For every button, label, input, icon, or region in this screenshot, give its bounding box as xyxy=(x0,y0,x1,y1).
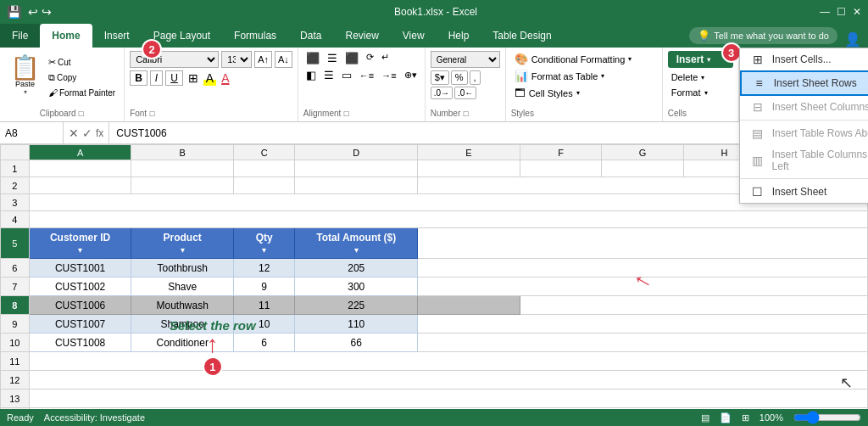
increase-font-button[interactable]: A↑ xyxy=(254,51,272,68)
tab-help[interactable]: Help xyxy=(437,24,481,48)
row-header-6[interactable]: 6 xyxy=(1,259,30,277)
cell-d1[interactable] xyxy=(295,160,418,177)
col-header-a[interactable]: A xyxy=(29,145,131,160)
row-header-11[interactable]: 11 xyxy=(1,352,30,371)
cell-c6[interactable]: 12 xyxy=(234,259,295,277)
fill-color-button[interactable]: A xyxy=(203,70,216,86)
cell-f1[interactable] xyxy=(520,160,602,177)
cancel-formula-icon[interactable]: ✕ xyxy=(69,126,79,140)
cell-d9[interactable]: 110 xyxy=(295,315,418,334)
font-color-button[interactable]: A xyxy=(219,70,231,86)
cell-b9[interactable]: Shampoo xyxy=(131,315,234,334)
cell-g1[interactable] xyxy=(602,160,684,177)
row-header[interactable]: 2 xyxy=(1,177,30,194)
row-header-14[interactable]: 14 xyxy=(1,408,30,410)
cell-b5[interactable]: Product▾ xyxy=(131,228,234,259)
cell-c5[interactable]: Qty▾ xyxy=(234,228,295,259)
paste-button[interactable]: 📋 Paste ▾ xyxy=(7,54,43,98)
cell-d6[interactable]: 205 xyxy=(295,259,418,277)
cell-b8[interactable]: Mouthwash xyxy=(131,296,234,315)
cell-d8[interactable]: 225 xyxy=(295,296,418,315)
align-left-button[interactable]: ◧ xyxy=(303,68,319,82)
format-as-table-button[interactable]: 📊 Format as Table ▾ xyxy=(511,68,657,84)
font-size-select[interactable]: 13 xyxy=(221,51,252,68)
row-header-9[interactable]: 9 xyxy=(1,315,30,334)
cell-b7[interactable]: Shave xyxy=(131,277,234,296)
cell-a5[interactable]: Customer ID▾ xyxy=(29,228,131,259)
number-format-select[interactable]: General xyxy=(431,51,500,68)
align-middle-button[interactable]: ☰ xyxy=(325,51,340,65)
view-page-break-icon[interactable]: ⊞ xyxy=(742,412,749,423)
percent-button[interactable]: % xyxy=(451,70,468,85)
conditional-formatting-button[interactable]: 🎨 Conditional Formatting ▾ xyxy=(511,51,657,67)
decrease-indent-button[interactable]: ←≡ xyxy=(357,70,376,81)
cut-button[interactable]: ✂Cut xyxy=(47,56,117,69)
cell-a1[interactable] xyxy=(29,160,131,177)
cell-e8[interactable] xyxy=(418,296,520,315)
cell-c10[interactable]: 6 xyxy=(234,334,295,352)
cell-a9[interactable]: CUST1007 xyxy=(29,315,131,334)
zoom-slider[interactable] xyxy=(793,413,861,422)
tab-review[interactable]: Review xyxy=(333,24,390,48)
tab-table-design[interactable]: Table Design xyxy=(481,24,563,48)
cell-d7[interactable]: 300 xyxy=(295,277,418,296)
cell-a7[interactable]: CUST1002 xyxy=(29,277,131,296)
italic-button[interactable]: I xyxy=(150,70,163,86)
bold-button[interactable]: B xyxy=(130,70,147,86)
insert-function-icon[interactable]: fx xyxy=(96,127,103,139)
tab-formulas[interactable]: Formulas xyxy=(222,24,288,48)
insert-table-rows-item[interactable]: ▤ Insert Table Rows Above xyxy=(740,122,868,144)
cell-c9[interactable]: 10 xyxy=(234,315,295,334)
insert-sheet-columns-item[interactable]: ⊟ Insert Sheet Columns xyxy=(740,96,868,118)
merge-center-button[interactable]: ⊕▾ xyxy=(402,69,420,81)
maximize-icon[interactable]: ☐ xyxy=(837,6,846,18)
save-icon[interactable]: 💾 xyxy=(7,5,21,19)
border-button[interactable]: ⊞ xyxy=(186,70,201,86)
format-button[interactable]: Format▾ xyxy=(668,86,733,99)
wrap-text-button[interactable]: ↵ xyxy=(379,51,392,65)
decrease-font-button[interactable]: A↓ xyxy=(275,51,292,68)
cell-a2[interactable] xyxy=(29,177,131,194)
share-icon[interactable]: 👤 xyxy=(844,31,861,48)
cell-b10[interactable]: Conditioner xyxy=(131,334,234,352)
col-header-d[interactable]: D xyxy=(295,145,418,160)
redo-icon[interactable]: ↪ xyxy=(42,5,52,19)
row-header-10[interactable]: 10 xyxy=(1,334,30,352)
tab-file[interactable]: File xyxy=(0,24,40,48)
cell-c8[interactable]: 11 xyxy=(234,296,295,315)
row-header-7[interactable]: 7 xyxy=(1,277,30,296)
row-header-5[interactable]: 5 xyxy=(1,228,30,259)
view-normal-icon[interactable]: ▤ xyxy=(701,412,709,423)
row-header-13[interactable]: 13 xyxy=(1,390,30,408)
close-icon[interactable]: ✕ xyxy=(853,6,861,18)
tab-home[interactable]: Home xyxy=(40,24,92,48)
cell-b6[interactable]: Toothbrush xyxy=(131,259,234,277)
row-header[interactable]: 3 xyxy=(1,194,30,211)
comma-button[interactable]: , xyxy=(470,70,481,85)
align-right-button[interactable]: ▭ xyxy=(339,68,354,82)
col-header-f[interactable]: F xyxy=(520,145,602,160)
increase-indent-button[interactable]: →≡ xyxy=(379,70,398,81)
cell-a8[interactable]: CUST1006 xyxy=(29,296,131,315)
view-layout-icon[interactable]: 📄 xyxy=(720,412,732,423)
orientation-button[interactable]: ⟳ xyxy=(364,51,376,65)
align-top-button[interactable]: ⬛ xyxy=(303,51,322,65)
cell-d10[interactable]: 66 xyxy=(295,334,418,352)
align-center-button[interactable]: ☰ xyxy=(321,68,337,82)
undo-icon[interactable]: ↩ xyxy=(28,5,38,19)
cell-c1[interactable] xyxy=(234,160,295,177)
cell-c2[interactable] xyxy=(234,177,295,194)
format-painter-button[interactable]: 🖌Format Painter xyxy=(47,87,117,98)
cell-b1[interactable] xyxy=(131,160,234,177)
underline-button[interactable]: U xyxy=(165,70,183,86)
cell-b2[interactable] xyxy=(131,177,234,194)
cell-d2[interactable] xyxy=(295,177,418,194)
increase-decimal-button[interactable]: .0→ xyxy=(431,87,453,99)
cell-c7[interactable]: 9 xyxy=(234,277,295,296)
col-header-b[interactable]: B xyxy=(131,145,234,160)
tab-data[interactable]: Data xyxy=(288,24,333,48)
row-header[interactable]: 4 xyxy=(1,211,30,228)
col-header-e[interactable]: E xyxy=(418,145,520,160)
currency-button[interactable]: $▾ xyxy=(431,70,449,85)
cell-styles-button[interactable]: 🗔 Cell Styles ▾ xyxy=(511,85,657,101)
